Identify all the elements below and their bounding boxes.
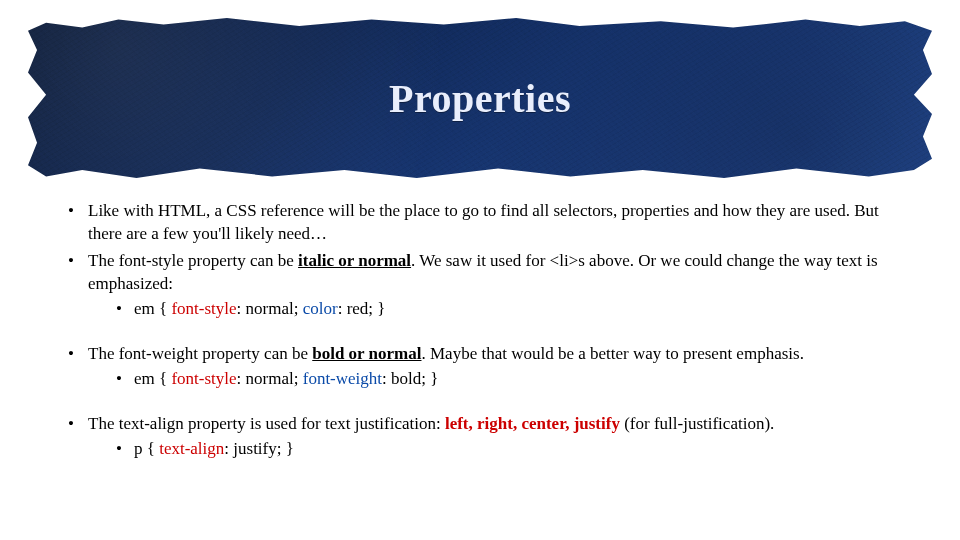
bullet-3-suffix: . Maybe that would be a better way to pr… xyxy=(422,344,804,363)
bullet-3-emph: bold or normal xyxy=(312,344,421,363)
title-banner: Properties xyxy=(28,18,932,178)
bullet-4: The text-align property is used for text… xyxy=(62,413,898,461)
slide-title: Properties xyxy=(28,18,932,178)
bullet-2-prefix: The font-style property can be xyxy=(88,251,298,270)
bullet-list: Like with HTML, a CSS reference will be … xyxy=(62,200,898,460)
code-3: p { text-align: justify; } xyxy=(134,439,294,458)
bullet-1: Like with HTML, a CSS reference will be … xyxy=(62,200,898,246)
bullet-4-emph: left, right, center, justify xyxy=(445,414,620,433)
bullet-1-text: Like with HTML, a CSS reference will be … xyxy=(88,201,879,243)
slide-body: Like with HTML, a CSS reference will be … xyxy=(0,178,960,482)
bullet-4-suffix: (for full-justification). xyxy=(620,414,774,433)
bullet-2-emph: italic or normal xyxy=(298,251,411,270)
bullet-2: The font-style property can be italic or… xyxy=(62,250,898,321)
code-1: em { font-style: normal; color: red; } xyxy=(134,299,386,318)
bullet-3: The font-weight property can be bold or … xyxy=(62,343,898,391)
bullet-2-code: em { font-style: normal; color: red; } xyxy=(88,298,898,321)
bullet-4-prefix: The text-align property is used for text… xyxy=(88,414,445,433)
bullet-3-prefix: The font-weight property can be xyxy=(88,344,312,363)
bullet-4-code: p { text-align: justify; } xyxy=(88,438,898,461)
bullet-3-code: em { font-style: normal; font-weight: bo… xyxy=(88,368,898,391)
code-2: em { font-style: normal; font-weight: bo… xyxy=(134,369,438,388)
